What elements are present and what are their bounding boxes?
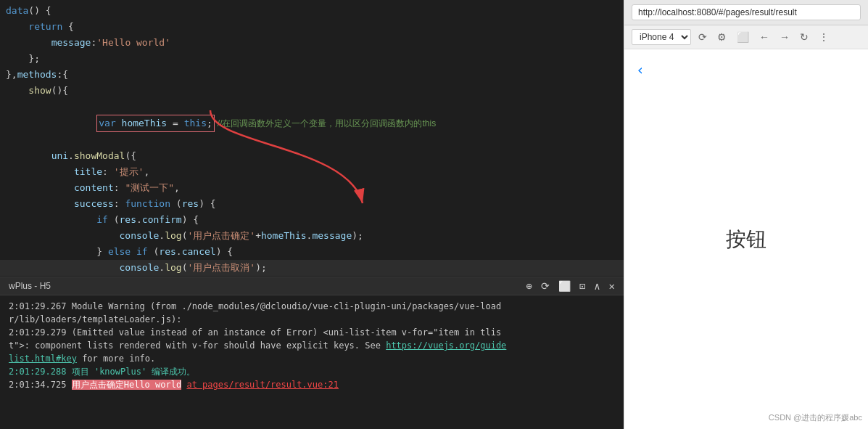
right-panel: iPhone 4 ⟳ ⚙ ⬜ ← → ↻ ⋮ ‹ 按钮 CSDN @进击的程序媛…	[624, 0, 868, 429]
code-line: return {	[0, 19, 624, 35]
terminal-success-line: 2:01:29.288 项目 'knowPlus' 编译成功。	[9, 365, 615, 378]
code-line: console.log('用户点击确定'+homeThis.message);	[0, 228, 624, 244]
code-panel: data() { return { message:'Hello world' …	[0, 0, 624, 429]
code-line: show(){	[0, 83, 624, 99]
code-line-selected: console.log('用户点击取消');	[0, 260, 624, 276]
terminal-line: 2:01:29.279 (Emitted value instead of an…	[9, 326, 615, 339]
terminal-last-line: 2:01:34.725 用户点击确定Hello world at pages/r…	[9, 378, 615, 391]
terminal-title: wPlus - H5	[9, 281, 51, 291]
terminal-content: 2:01:29.267 Module Warning (from ./node_…	[0, 295, 624, 396]
terminal-header: wPlus - H5 ⊕ ⟳ ⬜ ⊡ ∧ ✕	[0, 277, 624, 295]
terminal-line: 2:01:29.267 Module Warning (from ./node_…	[9, 300, 615, 313]
phone-preview: ‹ 按钮 CSDN @进击的程序媛abc	[624, 49, 868, 429]
terminal-panel: wPlus - H5 ⊕ ⟳ ⬜ ⊡ ∧ ✕ 2:01:29.267 Modul…	[0, 277, 624, 429]
watermark: CSDN @进击的程序媛abc	[769, 412, 862, 423]
more-btn[interactable]: ⋮	[816, 30, 832, 44]
device-toolbar: iPhone 4 ⟳ ⚙ ⬜ ← → ↻ ⋮	[624, 25, 868, 49]
terminal-error-link[interactable]: at pages/result/result.vue:21	[186, 380, 339, 390]
code-line: } else if (res.cancel) {	[0, 244, 624, 260]
code-line: content: "测试一下",	[0, 180, 624, 196]
terminal-link[interactable]: https://vuejs.org/guide	[386, 340, 506, 351]
terminal-icons: ⊕ ⟳ ⬜ ⊡ ∧ ✕	[526, 280, 615, 292]
code-area: data() { return { message:'Hello world' …	[0, 0, 624, 277]
code-line: title: '提示',	[0, 164, 624, 180]
terminal-icon-1[interactable]: ⊕	[526, 280, 532, 292]
monitor-btn[interactable]: ⬜	[734, 30, 752, 44]
var-highlight: var homeThis = this;	[96, 115, 215, 132]
code-line: message:'Hello world'	[0, 35, 624, 51]
phone-button-label: 按钮	[726, 226, 766, 253]
terminal-highlight: 用户点击确定Hello world	[72, 380, 181, 390]
code-line: }	[0, 276, 624, 277]
terminal-line: t">: component lists rendered with v-for…	[9, 339, 615, 352]
terminal-icon-3[interactable]: ⬜	[558, 280, 571, 292]
code-line: data() {	[0, 3, 624, 19]
code-line: uni.showModal({	[0, 148, 624, 164]
keyword: data	[6, 5, 28, 16]
code-line: success: function (res) {	[0, 196, 624, 212]
terminal-link-2[interactable]: list.html#key	[9, 354, 77, 364]
terminal-icon-4[interactable]: ⊡	[579, 280, 585, 292]
refresh-btn[interactable]: ↻	[797, 30, 811, 44]
code-line-highlight: var homeThis = this;//在回调函数外定义一个变量，用以区分回…	[0, 99, 624, 148]
terminal-icon-2[interactable]: ⟳	[541, 280, 550, 292]
terminal-line: r/lib/loaders/templateLoader.js):	[9, 313, 615, 326]
code-line: if (res.confirm) {	[0, 212, 624, 228]
settings-btn[interactable]: ⚙	[714, 30, 729, 44]
url-bar[interactable]	[632, 4, 861, 20]
device-select[interactable]: iPhone 4	[632, 29, 691, 45]
phone-content: 按钮	[624, 49, 868, 429]
code-line: },methods:{	[0, 67, 624, 83]
terminal-line: list.html#key for more info.	[9, 352, 615, 365]
code-line: };	[0, 51, 624, 67]
terminal-icon-6[interactable]: ✕	[609, 280, 615, 292]
browser-bar	[624, 0, 868, 25]
phone-back-btn[interactable]: ‹	[636, 61, 645, 78]
nav-right-btn[interactable]: →	[777, 30, 793, 44]
nav-left-btn[interactable]: ←	[756, 30, 772, 44]
rotate-btn[interactable]: ⟳	[695, 30, 710, 44]
terminal-icon-5[interactable]: ∧	[594, 280, 600, 292]
